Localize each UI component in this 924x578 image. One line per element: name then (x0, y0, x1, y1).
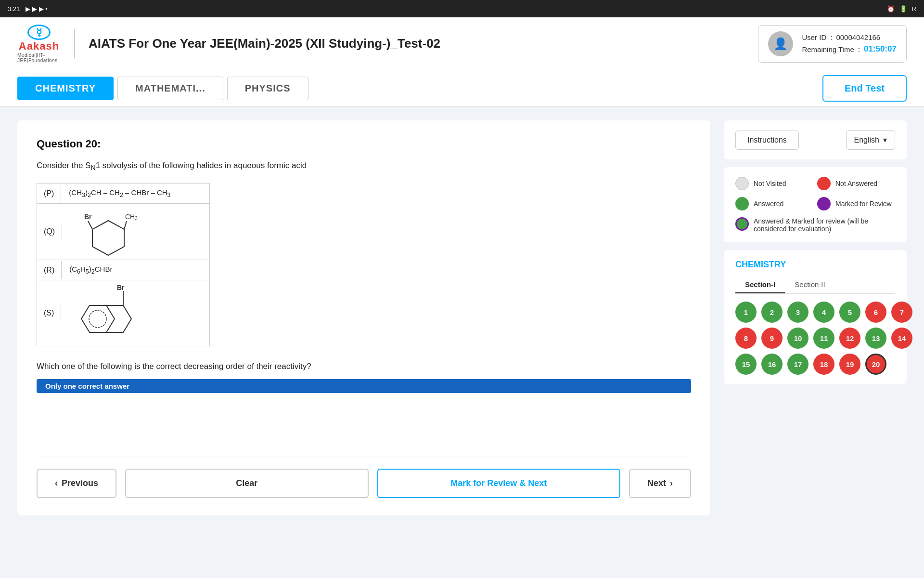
question-prompt: Which one of the following is the correc… (37, 362, 691, 371)
compound-r: (R) (C6H5)2CHBr (37, 260, 209, 280)
page-title: AIATS For One Year JEE(Main)-2025 (XII S… (89, 36, 758, 51)
avatar: 👤 (768, 31, 793, 56)
tab-mathematics[interactable]: MATHEMATI... (117, 77, 223, 100)
logo-subtitle: Medical|IIT-JEE|Foundations (17, 53, 61, 63)
question-number: Question 20: (37, 138, 691, 150)
structure-s-svg: Br (69, 284, 151, 342)
answer-type-badge: Only one correct answer (37, 379, 691, 393)
logo-img: ☿ Aakash Medical|IIT-JEE|Foundations (17, 25, 61, 63)
svg-line-4 (124, 221, 127, 229)
compound-p-content: (CH3)2CH – CH2 – CHBr – CH3 (61, 184, 178, 203)
answered-marked-dot (735, 217, 749, 231)
question-btn-3[interactable]: 3 (787, 302, 808, 323)
compound-p-label: (P) (37, 184, 61, 203)
user-details: User ID : 00004042166 Remaining Time : 0… (802, 33, 897, 54)
compound-q-structure: Br CH3 (62, 204, 154, 260)
question-btn-18[interactable]: 18 (813, 354, 834, 375)
legend-answered: Answered (735, 197, 813, 210)
user-id-value: 00004042166 (836, 33, 880, 41)
legend-panel: Not Visited Not Answered Answered Marked… (724, 167, 907, 242)
question-btn-14[interactable]: 14 (891, 328, 912, 349)
user-time-row: Remaining Time : 01:50:07 (802, 44, 897, 54)
svg-marker-0 (92, 221, 124, 255)
compound-q: (Q) Br CH3 (37, 204, 209, 260)
compound-s: (S) (37, 280, 209, 346)
end-test-button[interactable]: End Test (822, 75, 907, 102)
question-btn-1[interactable]: 1 (735, 302, 757, 323)
user-id-row: User ID : 00004042166 (802, 33, 897, 41)
svg-line-2 (88, 221, 92, 229)
marked-dot (817, 197, 831, 210)
compound-r-label: (R) (37, 261, 62, 279)
answered-dot (735, 197, 749, 210)
question-btn-9[interactable]: 9 (761, 328, 783, 349)
svg-marker-5 (81, 305, 115, 332)
battery-icon: 🔋 (899, 5, 907, 13)
action-bar: ‹ Previous Clear Mark for Review & Next … (37, 457, 691, 498)
previous-button[interactable]: ‹ Previous (37, 469, 116, 498)
section-tab-1[interactable]: Section-I (735, 276, 785, 293)
header: ☿ Aakash Medical|IIT-JEE|Foundations AIA… (0, 17, 924, 70)
section-label: CHEMISTRY (735, 260, 895, 270)
status-time: 3:21 (8, 5, 20, 13)
question-btn-6[interactable]: 6 (865, 302, 886, 323)
compound-q-label: (Q) (37, 223, 62, 241)
section-tabs: Section-I Section-II (735, 276, 895, 294)
chevron-right-icon: › (670, 478, 673, 488)
question-btn-11[interactable]: 11 (813, 328, 834, 349)
instructions-button[interactable]: Instructions (735, 131, 799, 150)
question-btn-8[interactable]: 8 (735, 328, 757, 349)
compound-s-label: (S) (37, 304, 61, 322)
remaining-time-value: 01:50:07 (864, 44, 897, 54)
question-btn-17[interactable]: 17 (787, 354, 808, 375)
next-button[interactable]: Next › (629, 469, 691, 498)
question-btn-7[interactable]: 7 (891, 302, 912, 323)
logo-name: Aakash (19, 40, 59, 53)
status-icons: ▶ ▶ ▶ • (26, 5, 47, 13)
compounds-table: (P) (CH3)2CH – CH2 – CHBr – CH3 (Q) Br (37, 183, 210, 346)
tab-physics[interactable]: PHYSICS (227, 77, 308, 100)
clear-button[interactable]: Clear (125, 469, 368, 498)
legend-marked: Marked for Review (817, 197, 895, 210)
question-btn-16[interactable]: 16 (761, 354, 783, 375)
question-btn-10[interactable]: 10 (787, 328, 808, 349)
question-grid-panel: CHEMISTRY Section-I Section-II 123456789… (724, 250, 907, 384)
svg-text:Br: Br (117, 284, 125, 291)
logo-circle: ☿ (27, 25, 51, 40)
question-btn-5[interactable]: 5 (839, 302, 860, 323)
sidebar: Instructions English ▾ Not Visited Not A… (724, 120, 907, 384)
mark-for-review-button[interactable]: Mark for Review & Next (377, 469, 620, 498)
not-answered-dot (817, 177, 831, 190)
header-divider (74, 29, 75, 58)
section-tab-2[interactable]: Section-II (785, 276, 834, 293)
svg-text:Br: Br (84, 213, 92, 221)
not-visited-dot (735, 177, 749, 190)
svg-text:CH3: CH3 (125, 213, 138, 221)
tab-chemistry[interactable]: CHEMISTRY (17, 77, 114, 100)
legend-not-answered: Not Answered (817, 177, 895, 190)
compound-r-content: (C6H5)2CHBr (62, 260, 120, 280)
user-info-panel: 👤 User ID : 00004042166 Remaining Time :… (758, 25, 907, 63)
question-btn-20[interactable]: 20 (865, 354, 886, 375)
question-btn-19[interactable]: 19 (839, 354, 860, 375)
question-btn-2[interactable]: 2 (761, 302, 783, 323)
question-btn-13[interactable]: 13 (865, 328, 886, 349)
chevron-down-icon: ▾ (883, 135, 887, 144)
logo: ☿ Aakash Medical|IIT-JEE|Foundations (17, 25, 61, 63)
legend-not-visited: Not Visited (735, 177, 813, 190)
question-btn-15[interactable]: 15 (735, 354, 757, 375)
compound-p: (P) (CH3)2CH – CH2 – CHBr – CH3 (37, 184, 209, 204)
compound-s-structure: Br (61, 280, 158, 346)
svg-point-6 (89, 310, 106, 328)
question-btn-4[interactable]: 4 (813, 302, 834, 323)
question-panel: Question 20: Consider the SN1 solvolysis… (17, 120, 710, 515)
status-right: ⏰ 🔋 R (887, 5, 916, 13)
clock-icon: ⏰ (887, 5, 895, 13)
sidebar-controls: Instructions English ▾ (724, 120, 907, 159)
remaining-time-label: Remaining Time (802, 45, 854, 53)
question-btn-12[interactable]: 12 (839, 328, 860, 349)
language-selector[interactable]: English ▾ (846, 130, 895, 150)
status-bar: 3:21 ▶ ▶ ▶ • ⏰ 🔋 R (0, 0, 924, 17)
legend-answered-marked: Answered & Marked for review (will be co… (735, 217, 895, 233)
subject-tabs: CHEMISTRY MATHEMATI... PHYSICS End Test (0, 70, 924, 107)
